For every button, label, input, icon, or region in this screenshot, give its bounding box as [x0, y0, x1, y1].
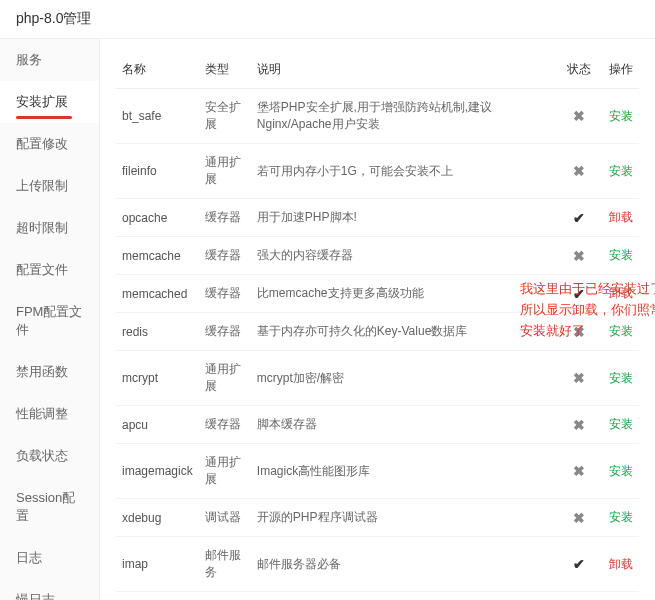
status-icon: ✔ [559, 275, 599, 313]
table-row: redis缓存器基于内存亦可持久化的Key-Value数据库✖安装 [116, 313, 639, 351]
action-install[interactable]: 安装 [599, 499, 639, 537]
status-icon: ✖ [559, 351, 599, 406]
ext-type: 缓存器 [199, 275, 251, 313]
table-row: opcache缓存器用于加速PHP脚本!✔卸载 [116, 199, 639, 237]
ext-type: 缓存器 [199, 406, 251, 444]
ext-desc: 基于内存亦可持久化的Key-Value数据库 [251, 313, 559, 351]
ext-desc: 开源的PHP程序调试器 [251, 499, 559, 537]
ext-name: imap [116, 537, 199, 592]
table-row: fileinfo通用扩展若可用内存小于1G，可能会安装不上✖安装 [116, 144, 639, 199]
ext-desc: 用于加速PHP脚本! [251, 199, 559, 237]
ext-desc: 堡塔PHP安全扩展,用于增强防跨站机制,建议Nginx/Apache用户安装 [251, 89, 559, 144]
table-row: bt_safe安全扩展堡塔PHP安全扩展,用于增强防跨站机制,建议Nginx/A… [116, 89, 639, 144]
ext-type: 缓存器 [199, 199, 251, 237]
sidebar-item-5[interactable]: 配置文件 [0, 249, 99, 291]
ext-name: fileinfo [116, 144, 199, 199]
ext-type: 调试器 [199, 499, 251, 537]
main-panel: 名称 类型 说明 状态 操作 bt_safe安全扩展堡塔PHP安全扩展,用于增强… [100, 39, 655, 600]
ext-type: 通用扩展 [199, 444, 251, 499]
ext-type: 邮件服务 [199, 537, 251, 592]
ext-desc: 邮件服务器必备 [251, 537, 559, 592]
status-icon: ✖ [559, 444, 599, 499]
sidebar-item-9[interactable]: 负载状态 [0, 435, 99, 477]
ext-name: memcached [116, 275, 199, 313]
table-row: xdebug调试器开源的PHP程序调试器✖安装 [116, 499, 639, 537]
status-icon: ✔ [559, 537, 599, 592]
sidebar-item-11[interactable]: 日志 [0, 537, 99, 579]
sidebar-item-7[interactable]: 禁用函数 [0, 351, 99, 393]
sidebar-item-2[interactable]: 配置修改 [0, 123, 99, 165]
sidebar-item-4[interactable]: 超时限制 [0, 207, 99, 249]
table-row: imap邮件服务邮件服务器必备✔卸载 [116, 537, 639, 592]
sidebar: 服务安装扩展配置修改上传限制超时限制配置文件FPM配置文件禁用函数性能调整负载状… [0, 39, 100, 600]
col-desc: 说明 [251, 51, 559, 89]
ext-name: memcache [116, 237, 199, 275]
action-uninstall[interactable]: 卸载 [599, 275, 639, 313]
sidebar-item-8[interactable]: 性能调整 [0, 393, 99, 435]
action-install[interactable]: 安装 [599, 237, 639, 275]
table-row: apcu缓存器脚本缓存器✖安装 [116, 406, 639, 444]
ext-type: 缓存器 [199, 313, 251, 351]
action-install[interactable]: 安装 [599, 444, 639, 499]
ext-desc: 强大的内容缓存器 [251, 237, 559, 275]
ext-type: 通用扩展 [199, 144, 251, 199]
ext-name: imagemagick [116, 444, 199, 499]
ext-desc: 若可用内存小于1G，可能会安装不上 [251, 144, 559, 199]
extensions-table: 名称 类型 说明 状态 操作 bt_safe安全扩展堡塔PHP安全扩展,用于增强… [116, 51, 639, 592]
sidebar-item-6[interactable]: FPM配置文件 [0, 291, 99, 351]
col-name: 名称 [116, 51, 199, 89]
ext-name: xdebug [116, 499, 199, 537]
ext-name: opcache [116, 199, 199, 237]
col-type: 类型 [199, 51, 251, 89]
sidebar-item-0[interactable]: 服务 [0, 39, 99, 81]
action-install[interactable]: 安装 [599, 89, 639, 144]
ext-type: 安全扩展 [199, 89, 251, 144]
status-icon: ✖ [559, 406, 599, 444]
action-uninstall[interactable]: 卸载 [599, 199, 639, 237]
col-action: 操作 [599, 51, 639, 89]
ext-desc: mcrypt加密/解密 [251, 351, 559, 406]
table-row: memcache缓存器强大的内容缓存器✖安装 [116, 237, 639, 275]
ext-desc: 脚本缓存器 [251, 406, 559, 444]
sidebar-item-10[interactable]: Session配置 [0, 477, 99, 537]
status-icon: ✖ [559, 237, 599, 275]
ext-type: 通用扩展 [199, 351, 251, 406]
status-icon: ✖ [559, 313, 599, 351]
sidebar-item-1[interactable]: 安装扩展 [0, 81, 99, 123]
ext-name: bt_safe [116, 89, 199, 144]
action-install[interactable]: 安装 [599, 351, 639, 406]
status-icon: ✖ [559, 89, 599, 144]
page-title: php-8.0管理 [0, 0, 655, 39]
action-uninstall[interactable]: 卸载 [599, 537, 639, 592]
action-install[interactable]: 安装 [599, 406, 639, 444]
ext-desc: Imagick高性能图形库 [251, 444, 559, 499]
ext-name: apcu [116, 406, 199, 444]
sidebar-item-12[interactable]: 慢日志 [0, 579, 99, 600]
table-row: memcached缓存器比memcache支持更多高级功能✔卸载 [116, 275, 639, 313]
table-row: mcrypt通用扩展mcrypt加密/解密✖安装 [116, 351, 639, 406]
ext-name: redis [116, 313, 199, 351]
action-install[interactable]: 安装 [599, 144, 639, 199]
table-row: imagemagick通用扩展Imagick高性能图形库✖安装 [116, 444, 639, 499]
sidebar-item-3[interactable]: 上传限制 [0, 165, 99, 207]
ext-type: 缓存器 [199, 237, 251, 275]
ext-name: mcrypt [116, 351, 199, 406]
col-status: 状态 [559, 51, 599, 89]
status-icon: ✖ [559, 499, 599, 537]
status-icon: ✖ [559, 144, 599, 199]
ext-desc: 比memcache支持更多高级功能 [251, 275, 559, 313]
action-install[interactable]: 安装 [599, 313, 639, 351]
status-icon: ✔ [559, 199, 599, 237]
